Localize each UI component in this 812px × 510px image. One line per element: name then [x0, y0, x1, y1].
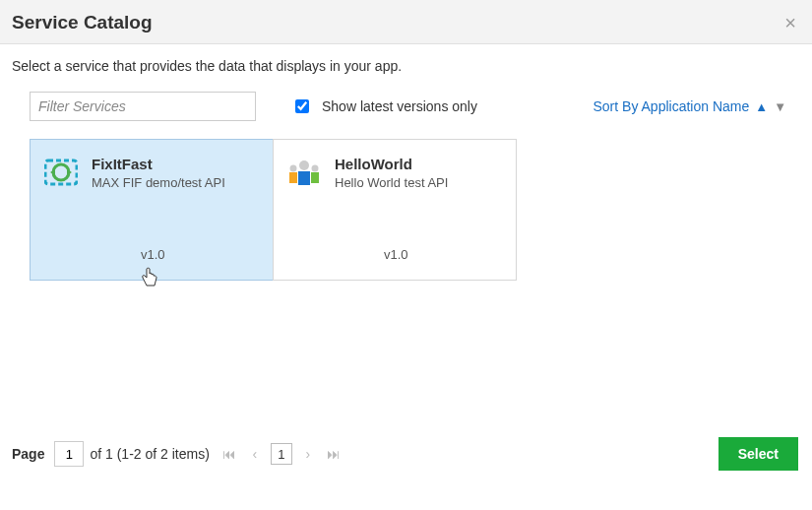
- dialog-title: Service Catalog: [12, 12, 153, 33]
- service-card-helloworld[interactable]: HelloWorld Hello World test API v1.0: [273, 139, 517, 281]
- latest-versions-label: Show latest versions only: [322, 98, 477, 114]
- latest-versions-checkbox[interactable]: [295, 99, 309, 113]
- sort-asc-icon[interactable]: ▲: [755, 99, 768, 114]
- service-desc: MAX FIF demo/test API: [92, 175, 225, 190]
- page-info: of 1 (1-2 of 2 items): [90, 446, 209, 462]
- pager-last-icon[interactable]: ⏭: [324, 446, 344, 462]
- svg-rect-8: [311, 172, 319, 183]
- service-version: v1.0: [141, 247, 165, 262]
- page-input[interactable]: [54, 441, 84, 467]
- svg-rect-6: [289, 172, 297, 183]
- pager-nav: ⏮ ‹ 1 › ⏭: [219, 443, 344, 465]
- dialog-subheader: Select a service that provides the data …: [0, 44, 812, 92]
- sort-control[interactable]: Sort By Application Name ▲ ▼: [593, 98, 787, 114]
- svg-point-7: [312, 165, 319, 172]
- svg-point-3: [299, 160, 309, 170]
- service-sync-icon: [44, 156, 78, 189]
- service-people-icon: [287, 156, 321, 189]
- sort-desc-icon[interactable]: ▼: [774, 99, 786, 114]
- service-desc: Hello World test API: [335, 175, 448, 190]
- service-name: FixItFast: [92, 156, 225, 172]
- close-icon[interactable]: ×: [784, 13, 796, 32]
- pager-current[interactable]: 1: [271, 443, 292, 465]
- service-card-fixitfast[interactable]: FixItFast MAX FIF demo/test API v1.0: [30, 139, 274, 281]
- select-button[interactable]: Select: [718, 437, 798, 471]
- service-version: v1.0: [384, 247, 408, 262]
- svg-point-5: [290, 165, 297, 172]
- pager-prev-icon[interactable]: ‹: [245, 446, 265, 462]
- svg-rect-4: [298, 171, 310, 185]
- latest-versions-toggle[interactable]: Show latest versions only: [291, 96, 477, 116]
- page-label: Page: [12, 446, 44, 462]
- pager-next-icon[interactable]: ›: [298, 446, 318, 462]
- dialog-footer: Page of 1 (1-2 of 2 items) ⏮ ‹ 1 › ⏭ Sel…: [0, 421, 812, 510]
- controls-row: Show latest versions only Sort By Applic…: [0, 92, 812, 139]
- sort-label: Sort By Application Name: [593, 98, 750, 114]
- service-name: HelloWorld: [335, 156, 448, 172]
- dialog-header: Service Catalog ×: [0, 0, 812, 44]
- filter-services-input[interactable]: [30, 92, 256, 121]
- pager-first-icon[interactable]: ⏮: [219, 446, 239, 462]
- service-cards: FixItFast MAX FIF demo/test API v1.0 Hel…: [0, 139, 812, 281]
